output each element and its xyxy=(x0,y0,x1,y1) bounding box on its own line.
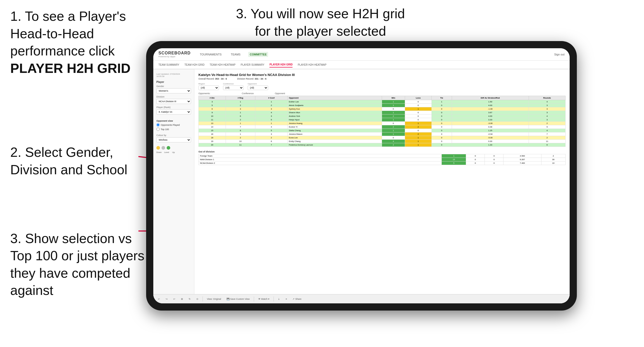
sub-nav-team-heatmap[interactable]: TEAM H2H HEATMAP xyxy=(210,62,236,67)
col-conf: # Conf xyxy=(255,96,287,100)
left-instructions: 1. To see a Player's Head-to-Head perfor… xyxy=(0,0,167,317)
table-row: 5 2 2 Alexis Sudjianto 1 0 0 4.00 3 xyxy=(199,104,566,107)
nav-right: Sign out xyxy=(554,53,565,56)
sub-navbar: TEAM SUMMARY TEAM H2H GRID TEAM H2H HEAT… xyxy=(153,61,570,69)
bottom-toolbar: ↩ ↪ ↩ ⊞ ↻ ⊙ View: Original 💾 Save Custom… xyxy=(153,294,570,303)
swatch-down xyxy=(156,146,160,150)
watch-btn[interactable]: 👁 Watch ▾ xyxy=(257,297,271,301)
table-row: 3 1 1 Esther Lee 1 0 1 1.50 4 xyxy=(199,100,566,104)
out-div-title: Out of division xyxy=(198,150,566,153)
opponent-select[interactable]: (All) xyxy=(248,85,268,90)
table-row: 20 11 7 Federica Domecq Lacroze 2 1 0 1.… xyxy=(199,143,566,147)
division-label: Division xyxy=(156,95,191,98)
col-win: Win xyxy=(382,96,405,100)
table-row: 9 1 4 Sharon Mun 1 0 0 3.67 3 xyxy=(199,111,566,114)
conference-select[interactable]: (All) xyxy=(223,85,244,90)
logo-text: SCOREBOARD xyxy=(158,51,191,55)
nav-tournaments[interactable]: TOURNAMENTS xyxy=(198,52,223,57)
table-row: 18 2 2 Euna Lee 0 1 0 -5.00 2 xyxy=(199,136,566,140)
colour-by-select[interactable]: Win/loss xyxy=(156,137,191,142)
grid-title: Katelyn Vo Head-to-Head Grid for Women's… xyxy=(198,73,566,77)
circle-btn[interactable]: ⊙ xyxy=(195,297,200,301)
radio-group: Opponents Played Top 100 xyxy=(156,123,191,131)
out-div-row: Foreign Team 1 0 0 4.500 2 xyxy=(199,154,566,158)
table-row: 6 3 3 Sydney Kuo 0 1 0 -1.00 3 xyxy=(199,107,566,111)
table-row: 11 2 5 Heejo Hyun 1 0 0 3.33 3 xyxy=(199,118,566,122)
view-original-btn[interactable]: View: Original xyxy=(205,297,223,301)
sub-nav-team-summary[interactable]: TEAM SUMMARY xyxy=(158,62,179,67)
sub-nav-player-summary[interactable]: PLAYER SUMMARY xyxy=(241,62,264,67)
table-row: 15 8 5 Stella Cheng 1 0 0 1.25 4 xyxy=(199,129,566,132)
sign-out-link[interactable]: Sign out xyxy=(554,53,565,56)
table-row: 10 6 3 Andrea York 2 0 0 4.00 4 xyxy=(199,114,566,118)
swatch-up xyxy=(167,146,170,150)
save-custom-btn[interactable]: 💾 Save Custom View xyxy=(225,297,251,301)
swatch-level xyxy=(162,146,165,150)
nav-teams[interactable]: TEAMS xyxy=(229,52,242,57)
legend xyxy=(156,146,191,150)
out-div-row: NAIA Division 1 15 0 0 9.267 30 xyxy=(199,158,566,161)
separator1 xyxy=(203,296,203,302)
division-record: Division Record: 331 - 34 - 6 xyxy=(237,78,266,80)
sidebar: Last Updated: 27/03/2024 16:55:38 Player… xyxy=(153,69,194,303)
share-btn[interactable]: ↗ Share xyxy=(291,297,303,301)
logo-sub: Powered by clippd xyxy=(158,55,191,58)
step3-right-instruction: 3. You will now see H2H grid for the pla… xyxy=(231,5,410,40)
step1-text: 1. To see a Player's Head-to-Head perfor… xyxy=(10,8,156,77)
grid-records: Overall Record: 353 - 34 - 6 Division Re… xyxy=(198,78,566,80)
colour-by-label: Colour by xyxy=(156,134,191,137)
nav-committee[interactable]: COMMITTEE xyxy=(248,52,268,57)
step3-left-text: 3. Show selection vs Top 100 or just pla… xyxy=(10,230,156,299)
menu-btn[interactable]: ≡ xyxy=(284,297,288,301)
player-rank-select[interactable]: 8. Katelyn Vo xyxy=(156,109,191,114)
table-row: 14 7 4 Eunice Yi 2 2 0 0.38 9 xyxy=(199,125,566,129)
download-btn[interactable]: ⤓ xyxy=(276,297,281,301)
overall-record: Overall Record: 353 - 34 - 6 xyxy=(198,78,227,80)
col-rounds: Rounds xyxy=(529,96,565,100)
redo-btn[interactable]: ↪ xyxy=(164,297,169,301)
sub-nav-team-h2h[interactable]: TEAM H2H GRID xyxy=(185,62,205,67)
navbar: SCOREBOARD Powered by clippd TOURNAMENTS… xyxy=(153,48,570,61)
opponent-view-label: Opponent view xyxy=(156,120,191,122)
nav-links: TOURNAMENTS TEAMS COMMITTEE xyxy=(198,52,554,57)
table-row: 13 1 1 Jessica Huang 0 1 0 -3.00 2 xyxy=(199,122,566,125)
legend-level-label: Level xyxy=(164,151,169,153)
gender-select[interactable]: Women's xyxy=(156,88,191,93)
radio-top100[interactable]: Top 100 xyxy=(156,128,191,131)
legend-labels: Down Level Up xyxy=(156,151,191,153)
region-filter: Region (All) xyxy=(198,83,219,90)
separator2 xyxy=(254,296,254,302)
player-rank-label: Player (Rank) xyxy=(156,106,191,109)
h2h-table: # Div # Reg # Conf Opponent Win Loss Tie… xyxy=(198,96,566,147)
back-btn[interactable]: ↩ xyxy=(172,297,177,301)
table-header-row: # Div # Reg # Conf Opponent Win Loss Tie… xyxy=(199,96,566,100)
region-select[interactable]: (All) xyxy=(198,85,219,90)
col-loss: Loss xyxy=(405,96,431,100)
grid-btn[interactable]: ⊞ xyxy=(179,297,185,301)
step2-text: 2. Select Gender, Division and School xyxy=(10,144,156,178)
opponent-filter: Opponent (All) xyxy=(248,83,268,90)
legend-up-label: Up xyxy=(172,151,175,153)
separator3 xyxy=(274,296,274,302)
radio-opponents-played[interactable]: Opponents Played xyxy=(156,123,191,127)
grid-area: Katelyn Vo Head-to-Head Grid for Women's… xyxy=(194,69,570,303)
refresh-btn[interactable]: ↻ xyxy=(187,297,192,301)
col-reg: # Reg xyxy=(226,96,255,100)
col-diff: Diff Av Strokes/Rnd xyxy=(452,96,529,100)
logo-area: SCOREBOARD Powered by clippd xyxy=(158,51,191,58)
out-of-division: Out of division Foreign Team 1 0 0 4.500… xyxy=(198,150,566,165)
sub-nav-player-heatmap[interactable]: PLAYER H2H HEATMAP xyxy=(298,62,326,67)
sidebar-timestamp: Last Updated: 27/03/2024 16:55:38 xyxy=(156,73,191,78)
tablet-device: SCOREBOARD Powered by clippd TOURNAMENTS… xyxy=(146,41,577,311)
sub-nav-player-h2h[interactable]: PLAYER H2H GRID xyxy=(269,62,293,68)
opponents-label: Opponents: Conference Opponent xyxy=(198,92,566,95)
conference-filter: Conference (All) xyxy=(223,83,244,90)
legend-down-label: Down xyxy=(156,151,162,153)
division-select[interactable]: NCAA Division III xyxy=(156,99,191,104)
undo-btn[interactable]: ↩ xyxy=(156,297,162,301)
col-div: # Div xyxy=(199,96,226,100)
filter-row: Region (All) Conference (All) Opponent xyxy=(198,83,566,90)
table-row: 16 1 3 Jessica Mason 1 2 0 -0.94 7 xyxy=(199,132,566,136)
main-content: Last Updated: 27/03/2024 16:55:38 Player… xyxy=(153,69,570,303)
out-div-table: Foreign Team 1 0 0 4.500 2 NAIA Division… xyxy=(198,154,566,165)
